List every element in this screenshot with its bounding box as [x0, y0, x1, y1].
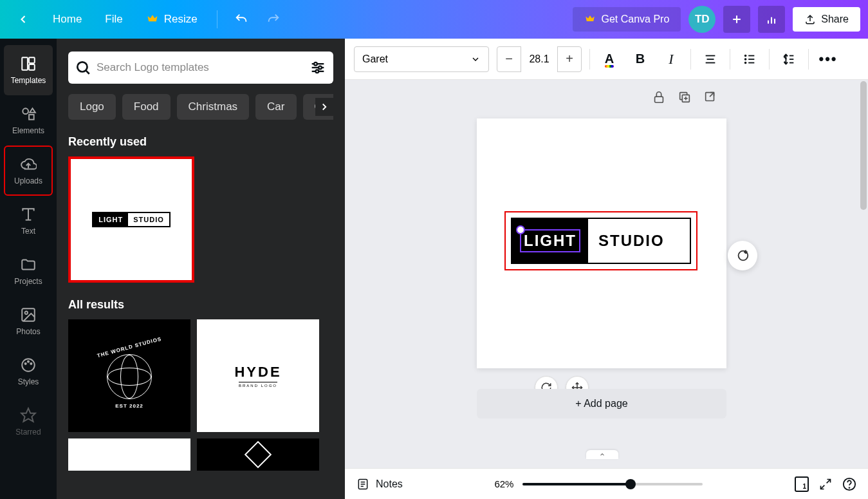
template-world-studios[interactable]: THE WORLD STUDIOS EST 2022 [68, 319, 190, 432]
comment-fab[interactable]: + [728, 241, 757, 270]
analytics-button[interactable] [758, 6, 785, 33]
list-button[interactable] [738, 48, 761, 71]
export-icon[interactable] [703, 90, 717, 104]
text-color-button[interactable]: A [598, 48, 621, 71]
selection-frame[interactable]: LIGHT STUDIO [504, 211, 697, 270]
templates-icon [20, 55, 37, 72]
help-icon[interactable] [842, 477, 856, 491]
filter-chips: Logo Food Christmas Car Gaming [68, 94, 333, 120]
filter-icon[interactable] [309, 59, 327, 77]
logo-element[interactable]: LIGHT STUDIO [511, 218, 691, 264]
font-select[interactable]: Garet [354, 46, 489, 72]
svg-line-57 [827, 479, 831, 483]
size-increase-button[interactable]: + [558, 46, 581, 72]
fullscreen-icon[interactable] [819, 478, 832, 491]
divider [808, 49, 809, 70]
zoom-slider[interactable] [522, 483, 703, 485]
bold-button[interactable]: B [629, 48, 652, 71]
logo-right-text: STUDIO [128, 213, 169, 226]
recent-template-thumb[interactable]: LIGHT STUDIO [68, 156, 194, 283]
editor-area: Garet − + A B I [345, 39, 868, 499]
redo-button[interactable] [260, 6, 287, 33]
home-button[interactable]: Home [44, 8, 91, 31]
hyde-title: HYDE [234, 364, 281, 381]
divider [690, 49, 691, 70]
rail-projects[interactable]: Projects [4, 246, 53, 296]
rail-styles[interactable]: Styles [4, 346, 53, 397]
canvas-area[interactable]: LIGHT STUDIO [345, 80, 868, 468]
collapse-tab[interactable] [586, 450, 618, 459]
more-button[interactable]: ••• [817, 48, 840, 71]
editor-footer: Notes 62% 1 [345, 468, 868, 499]
italic-button[interactable]: I [660, 48, 683, 71]
rail-photos[interactable]: Photos [4, 296, 53, 346]
rail-uploads[interactable]: Uploads [4, 146, 53, 196]
template-hyde[interactable]: HYDE BRAND LOGO [197, 319, 319, 432]
lock-icon[interactable] [652, 90, 666, 104]
logo-left-text: LIGHT [93, 213, 128, 226]
spacing-button[interactable] [777, 48, 800, 71]
rail-label: Photos [16, 327, 40, 336]
chevron-up-icon [598, 451, 607, 458]
vertical-scrollbar[interactable] [860, 80, 867, 468]
add-page-button[interactable]: + Add page [477, 389, 726, 419]
svg-line-23 [86, 70, 89, 73]
rail-text[interactable]: Text [4, 196, 53, 246]
svg-rect-7 [29, 57, 35, 63]
search-input[interactable] [97, 61, 309, 74]
undo-button[interactable] [228, 6, 255, 33]
chips-next-button[interactable] [315, 98, 333, 116]
elements-icon [20, 106, 37, 122]
duplicate-icon[interactable] [678, 90, 692, 104]
align-button[interactable] [699, 48, 722, 71]
chip-food[interactable]: Food [122, 94, 171, 120]
rail-elements[interactable]: Elements [4, 95, 53, 146]
svg-point-25 [314, 62, 317, 66]
svg-point-35 [745, 59, 746, 60]
rail-starred[interactable]: Starred [4, 397, 53, 447]
slider-thumb[interactable] [625, 479, 636, 489]
chevron-right-icon [319, 101, 330, 113]
crown-icon [584, 14, 596, 25]
rail-templates[interactable]: Templates [4, 45, 53, 95]
resize-label: Resize [164, 13, 198, 26]
upload-icon [804, 14, 816, 25]
svg-text:+: + [744, 249, 747, 255]
selection-handle[interactable] [516, 225, 525, 234]
share-label: Share [821, 14, 849, 25]
text-icon [20, 206, 37, 223]
avatar[interactable]: TD [688, 6, 716, 33]
rail-label: Styles [18, 377, 39, 386]
text-color-icon: A [605, 52, 614, 66]
chevron-down-icon [470, 54, 481, 64]
template-thumb-3[interactable] [68, 438, 190, 471]
font-size-input[interactable] [521, 46, 558, 72]
page-indicator[interactable]: 1 [795, 476, 809, 492]
file-button[interactable]: File [96, 8, 131, 31]
home-label: Home [53, 13, 82, 26]
svg-rect-44 [655, 97, 663, 102]
palette-icon [20, 357, 37, 373]
add-button[interactable] [723, 6, 750, 33]
text-element-studio[interactable]: STUDIO [588, 232, 690, 250]
back-button[interactable] [8, 8, 39, 31]
resize-button[interactable]: Resize [137, 8, 207, 31]
svg-point-18 [25, 363, 26, 364]
spacing-icon [782, 52, 796, 66]
text-element-light[interactable]: LIGHT [520, 229, 580, 252]
canvas-page[interactable]: LIGHT STUDIO [477, 118, 726, 368]
add-page-label: + Add page [575, 398, 627, 410]
template-thumb-4[interactable] [197, 438, 319, 471]
top-bar: Home File Resize Get Canva Pro TD Share [0, 0, 868, 39]
get-pro-button[interactable]: Get Canva Pro [573, 7, 681, 32]
share-button[interactable]: Share [793, 7, 860, 32]
size-decrease-button[interactable]: − [497, 46, 521, 72]
notes-button[interactable]: Notes [356, 478, 403, 491]
svg-point-37 [745, 62, 746, 63]
rail-label: Templates [11, 76, 46, 85]
chip-logo[interactable]: Logo [68, 94, 116, 120]
chip-car[interactable]: Car [255, 94, 296, 120]
recently-used-heading: Recently used [68, 135, 333, 149]
avatar-initials: TD [695, 13, 710, 26]
chip-christmas[interactable]: Christmas [177, 94, 250, 120]
